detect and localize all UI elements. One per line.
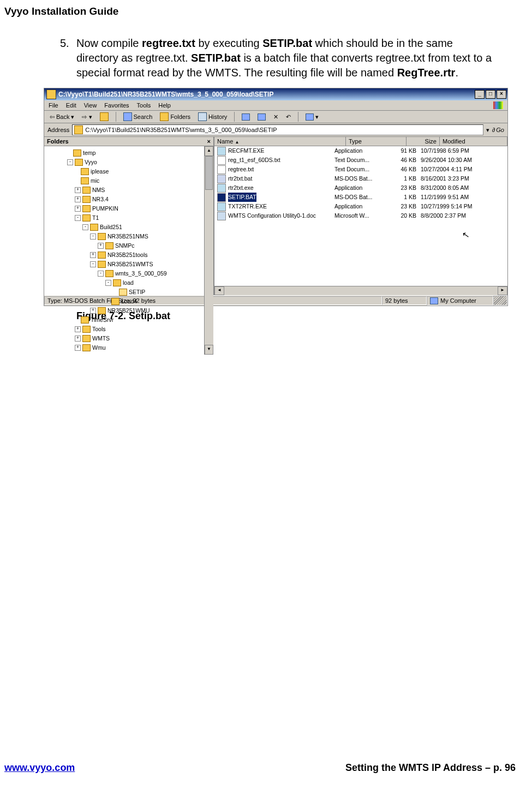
window-title: C:\Vyyo\T1\Build251\NR35B251WMTS\wmts_3_… [58,91,273,98]
file-row[interactable]: TXT2RTR.EXEApplication23 KB10/27/1999 5:… [214,202,507,211]
tree-scrollbar[interactable]: ▲ ▼ [204,146,213,355]
copy-to-button[interactable] [255,113,268,121]
col-type[interactable]: Type [346,137,407,146]
col-size[interactable]: Size [407,137,440,146]
menu-favorites[interactable]: Favorites [104,102,129,109]
tree-item[interactable]: +SNMPc [44,241,204,250]
tree-item[interactable]: -wmts_3_5_000_059 [44,269,204,278]
folders-pane-close[interactable]: × [207,138,211,145]
file-list[interactable]: RECFMT.EXEApplication91 KB10/7/1998 6:59… [214,146,507,286]
undo-button[interactable]: ↶ [284,113,293,121]
file-row[interactable]: regtree.txtText Docum...46 KB10/27/2004 … [214,165,507,174]
scroll-down-button[interactable]: ▼ [205,345,213,355]
folder-icon [90,224,98,231]
tree-item[interactable]: iplease [44,167,204,176]
tree-item[interactable]: -Build251 [44,223,204,232]
col-name[interactable]: Name ▲ [214,137,346,146]
tree-item[interactable]: +Tools [44,325,204,334]
menu-view[interactable]: View [84,102,97,109]
folder-icon [82,326,91,333]
up-button[interactable] [98,112,111,122]
forward-button[interactable]: ⇨ ▾ [80,113,94,121]
history-button[interactable]: History [196,112,229,122]
bold-regtree: regtree.txt [142,37,195,49]
tree-item[interactable]: -Vyyo [44,158,204,167]
folder-icon [105,270,113,277]
folder-icon [82,196,91,203]
close-button[interactable]: × [497,90,506,99]
folder-tree[interactable]: temp-Vyyoipleasemic+NMS+NR3.4+PUMPKIN-T1… [44,146,204,355]
tree-item[interactable]: temp [44,148,204,158]
menu-help[interactable]: Help [158,102,171,109]
tree-item[interactable]: +Wmu [44,343,204,352]
folders-pane-title: Folders [47,138,69,145]
file-row[interactable]: RECFMT.EXEApplication91 KB10/7/1998 6:59… [214,146,507,155]
resize-grip[interactable] [493,296,507,306]
menu-edit[interactable]: Edit [66,102,76,109]
search-button[interactable]: Search [121,112,155,122]
bold-regtree-rtr: RegTree.rtr [397,67,456,79]
tree-item-label: temp [83,148,95,158]
tree-item[interactable]: +PUMPKIN [44,204,204,213]
folder-icon [98,252,106,259]
folder-icon [73,149,81,157]
step-number: 5. [60,36,69,51]
tree-item[interactable]: +NR35B251tools [44,250,204,260]
file-icon [217,165,226,174]
tree-item[interactable]: -T1 [44,213,204,223]
col-modified[interactable]: Modified [440,137,507,146]
folder-icon [113,279,121,286]
address-input[interactable]: C:\Vyyo\T1\Build251\NR35B251WMTS\wmts_3_… [72,124,483,135]
scroll-thumb[interactable] [205,156,213,190]
scroll-right-button[interactable]: ► [498,286,507,295]
list-h-scrollbar[interactable]: ◄ ► [214,286,507,295]
file-modified: 10/27/2004 4:11 PM [421,165,505,174]
status-location: My Computer [427,296,493,306]
file-row[interactable]: WMTS Configuration Utility0-1.docMicroso… [214,211,507,220]
go-button[interactable]: ∂Go [492,127,504,133]
tree-item[interactable]: +NMS [44,185,204,195]
file-name: SETIP.BAT [228,193,256,202]
maximize-button[interactable]: □ [486,90,495,99]
minimize-button[interactable]: _ [475,90,485,99]
address-label: Address [47,127,69,133]
scroll-up-button[interactable]: ▲ [205,146,213,156]
file-type: Microsoft W... [334,211,389,220]
folders-button[interactable]: Folders [158,112,193,122]
tree-item[interactable]: +NR35B251WMU [44,306,204,315]
tree-item[interactable]: -NR35B251NMS [44,232,204,241]
file-modified: 8/31/2000 8:05 AM [421,183,505,193]
tree-item[interactable]: TimeSrvr [44,315,204,325]
file-row[interactable]: SETIP.BATMS-DOS Bat...1 KB11/2/1999 9:51… [214,193,507,202]
file-icon [217,156,226,165]
move-to-button[interactable] [240,113,252,121]
list-header[interactable]: Name ▲ Type Size Modified [214,137,507,146]
back-button[interactable]: ⇦ Back ▾ [47,113,76,121]
file-row[interactable]: reg_t1_esf_60DS.txtText Docum...46 KB9/2… [214,155,507,165]
file-type: Text Docum... [334,165,389,174]
tree-item[interactable]: -NR35B251WMTS [44,260,204,269]
folder-icon [119,289,127,296]
tree-item-label: SETIP [129,288,145,297]
footer-link[interactable]: www.vyyo.com [4,762,75,774]
tree-item-label: SNMPc [115,241,135,250]
views-button[interactable]: ▾ [303,113,321,121]
menu-tools[interactable]: Tools [137,102,151,109]
scroll-left-button[interactable]: ◄ [214,286,224,295]
menu-file[interactable]: File [49,102,58,109]
tree-item[interactable]: Load4 [44,297,204,306]
folder-icon [82,187,91,194]
tree-item-label: NR35B251tools [107,250,148,260]
tree-item[interactable]: -load [44,278,204,288]
file-row[interactable]: rtr2txt.batMS-DOS Bat...1 KB8/16/2001 3:… [214,174,507,183]
tree-item-label: NR3.4 [92,195,109,204]
folder-icon [81,168,89,175]
title-bar[interactable]: C:\Vyyo\T1\Build251\NR35B251WMTS\wmts_3_… [44,88,507,100]
delete-button[interactable]: ✕ [271,113,280,121]
tree-item[interactable]: +NR3.4 [44,195,204,204]
address-dropdown[interactable]: ▾ [486,127,489,134]
tree-item[interactable]: +WMTS [44,334,204,343]
file-row[interactable]: rtr2txt.exeApplication23 KB8/31/2000 8:0… [214,183,507,193]
tree-item[interactable]: SETIP [44,288,204,297]
tree-item[interactable]: mic [44,176,204,185]
